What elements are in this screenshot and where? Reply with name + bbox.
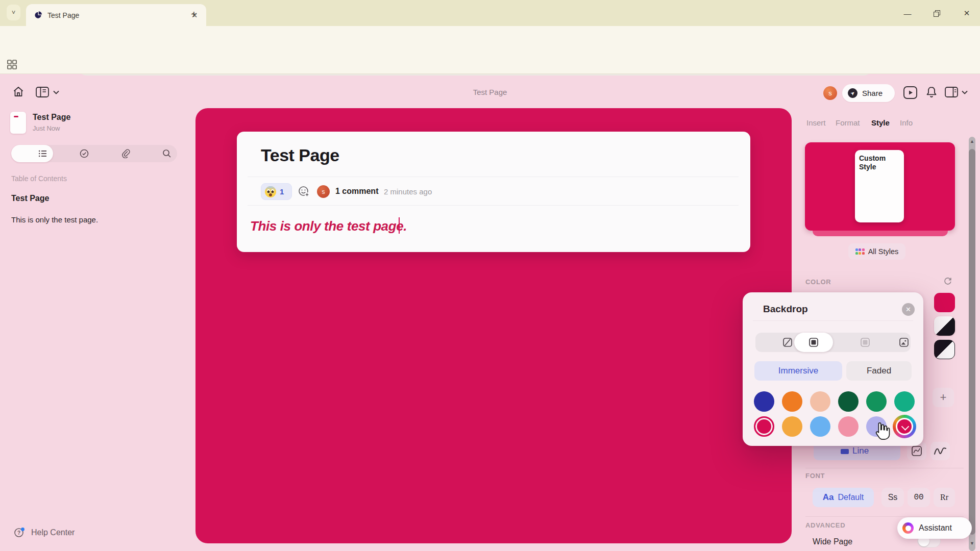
panel-scrollbar-thumb[interactable] <box>969 149 975 535</box>
advanced-section-label: ADVANCED <box>805 521 845 529</box>
scroll-down-arrow[interactable]: ▼ <box>969 541 975 546</box>
panel-chevron-icon[interactable] <box>962 90 968 94</box>
scribble-style-button[interactable] <box>930 442 950 460</box>
style-preview-stack <box>813 231 948 236</box>
sidebar-chevron-icon[interactable] <box>53 90 59 94</box>
chevron-down-icon: ˅ <box>12 9 16 16</box>
user-avatar[interactable]: s <box>823 86 837 100</box>
backdrop-palette-row-1 <box>754 390 913 413</box>
reaction-count: 1 <box>280 187 284 196</box>
tab-info[interactable]: Info <box>900 118 913 127</box>
reaction-pill[interactable]: 1 <box>261 183 292 200</box>
help-center-label: Help Center <box>31 528 75 537</box>
light-dark-swatch[interactable] <box>934 316 955 336</box>
tab-format[interactable]: Format <box>836 118 860 127</box>
backdrop-color-swatch[interactable] <box>782 416 802 437</box>
font-rounded-button[interactable]: Rr <box>934 488 955 507</box>
close-icon[interactable]: ✕ <box>902 303 915 316</box>
svg-text:?: ? <box>17 530 20 536</box>
document-card[interactable]: Test Page 1 s 1 comment 2 minutes ago Th… <box>237 132 750 252</box>
backdrop-color-swatch[interactable] <box>782 391 802 412</box>
scribble-icon <box>934 446 947 456</box>
backdrop-color-swatch[interactable] <box>838 391 859 412</box>
font-section-label: FONT <box>805 472 825 480</box>
toc-item-test-page[interactable]: Test Page <box>11 194 49 203</box>
share-button[interactable]: ➤ Share <box>842 84 895 102</box>
toc-item-body[interactable]: This is only the test page. <box>11 215 98 224</box>
dark-light-swatch[interactable] <box>934 340 955 359</box>
add-reaction-icon[interactable] <box>298 186 310 197</box>
backdrop-none-icon[interactable] <box>782 337 793 347</box>
window-restore-button[interactable] <box>930 7 943 19</box>
attachments-paperclip-icon[interactable] <box>121 149 130 158</box>
window-close-button[interactable]: ✕ <box>960 7 973 19</box>
window-minimize-button[interactable]: — <box>901 7 914 19</box>
scroll-up-arrow[interactable]: ▲ <box>969 139 975 144</box>
bookmarks-bar <box>0 55 980 74</box>
tab-search-chevron-button[interactable]: ˅ <box>7 5 20 20</box>
all-styles-button[interactable]: All Styles <box>848 243 905 260</box>
commenter-avatar[interactable]: s <box>317 185 330 198</box>
right-panel-toggle-icon[interactable] <box>945 87 958 97</box>
sidebar-toggle-icon[interactable] <box>36 87 49 97</box>
thumbnail-text-mark <box>14 116 18 117</box>
present-icon[interactable] <box>903 86 917 99</box>
decoration-box-icon <box>911 445 922 457</box>
document-thumbnail[interactable] <box>10 112 26 134</box>
comment-count-label[interactable]: 1 comment <box>335 187 378 196</box>
backdrop-popup-title: Backdrop <box>763 304 808 315</box>
page-title: Test Page <box>388 88 592 96</box>
styles-grid-icon <box>855 248 865 255</box>
accent-color-swatch[interactable] <box>934 293 955 312</box>
backdrop-color-swatch[interactable] <box>754 391 774 412</box>
browser-tab[interactable]: Test Page ✕ <box>26 4 206 26</box>
sidebar-tab-bar <box>11 145 177 162</box>
search-icon[interactable] <box>162 149 172 158</box>
sidebar-doc-title[interactable]: Test Page <box>33 113 70 122</box>
add-color-button[interactable]: + <box>933 388 954 407</box>
backdrop-color-swatch[interactable] <box>838 416 859 437</box>
share-icon: ➤ <box>846 86 860 100</box>
style-preview-label: Custom Style <box>859 154 900 171</box>
share-label: Share <box>862 89 883 97</box>
help-question-icon: ? <box>14 527 25 538</box>
assistant-button[interactable]: Assistant <box>897 517 972 539</box>
apps-grid-icon[interactable] <box>7 60 17 69</box>
notifications-bell-icon[interactable] <box>925 86 938 99</box>
document-body-text[interactable]: This is only the test page. <box>250 218 407 234</box>
new-tab-button[interactable]: + <box>187 7 201 21</box>
restore-icon <box>934 10 940 17</box>
style-preview[interactable]: Custom Style <box>805 142 955 231</box>
fearful-face-emoji <box>265 186 276 197</box>
backdrop-color-swatch[interactable] <box>754 416 774 437</box>
divider <box>805 516 964 517</box>
custom-color-swatch[interactable] <box>893 415 916 438</box>
outline-list-icon[interactable] <box>38 149 47 158</box>
backdrop-faded-icon[interactable] <box>860 337 870 347</box>
backdrop-color-swatch[interactable] <box>810 416 830 437</box>
immersive-mode-button[interactable]: Immersive <box>754 361 842 381</box>
help-center-button[interactable]: ? Help Center <box>14 527 75 538</box>
divider <box>805 468 964 468</box>
backdrop-image-icon[interactable] <box>899 337 909 347</box>
divider <box>753 320 913 321</box>
craft-logo-icon <box>34 11 42 19</box>
backdrop-color-swatch[interactable] <box>866 391 887 412</box>
document-title[interactable]: Test Page <box>261 145 339 165</box>
tab-style[interactable]: Style <box>871 118 890 127</box>
font-mono-button[interactable]: 00 <box>908 488 930 507</box>
sidebar-doc-timestamp: Just Now <box>33 124 60 132</box>
font-default-button[interactable]: Aa Default <box>813 488 874 507</box>
backdrop-color-swatch[interactable] <box>810 391 830 412</box>
divider <box>248 205 739 206</box>
backdrop-solid-icon[interactable] <box>808 337 819 347</box>
font-aa-glyph: Aa <box>823 492 834 503</box>
tasks-check-icon[interactable] <box>80 149 89 158</box>
backdrop-color-swatch[interactable] <box>894 391 915 412</box>
browser-toolbar: ← → ⟳ docs.craft.do/editor/d/0de23e49-b7… <box>0 26 980 55</box>
reset-color-icon[interactable] <box>943 276 952 285</box>
home-icon[interactable] <box>12 86 24 98</box>
font-serif-button[interactable]: Ss <box>881 488 904 507</box>
faded-mode-button[interactable]: Faded <box>846 361 912 381</box>
tab-insert[interactable]: Insert <box>806 118 826 127</box>
